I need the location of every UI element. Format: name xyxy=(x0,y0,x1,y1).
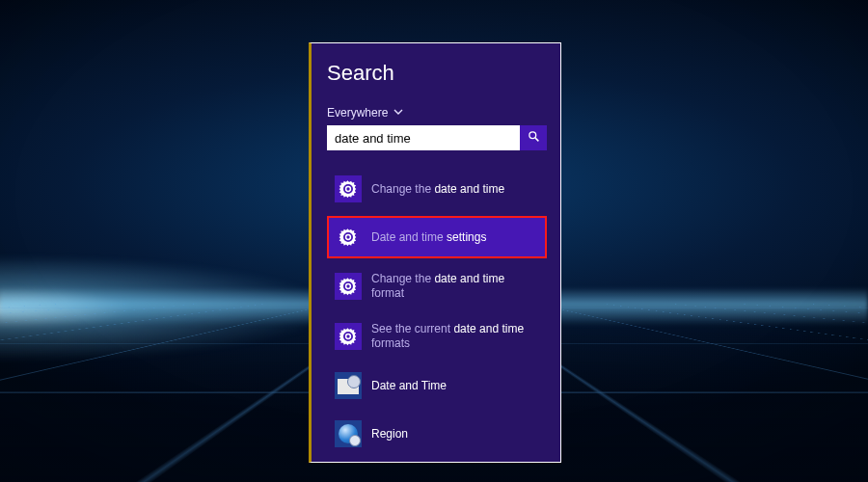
search-result-label: See the current date and time formats xyxy=(371,322,539,351)
wallpaper: Search Everywhere Change the date and ti… xyxy=(0,0,868,482)
gear-icon xyxy=(335,273,362,300)
search-button[interactable] xyxy=(520,125,547,150)
svg-line-1 xyxy=(535,138,538,141)
globe-clock-icon xyxy=(335,420,362,447)
search-scope-dropdown[interactable]: Everywhere xyxy=(327,106,403,120)
gear-icon xyxy=(335,175,362,202)
chevron-down-icon xyxy=(393,106,403,120)
search-result-item[interactable]: Date and Time xyxy=(327,364,547,407)
search-result-item[interactable]: Change the date and time xyxy=(327,168,547,210)
gear-icon xyxy=(335,323,362,350)
gear-icon xyxy=(335,224,362,251)
search-input[interactable] xyxy=(327,125,520,150)
search-result-item[interactable]: Region xyxy=(327,413,547,455)
search-result-item[interactable]: See the current date and time formats xyxy=(327,314,547,359)
svg-point-0 xyxy=(529,132,535,139)
search-results-list: Change the date and timeDate and time se… xyxy=(327,168,547,455)
search-result-item[interactable]: Date and time settings xyxy=(327,216,547,258)
search-result-label: Date and time settings xyxy=(371,230,486,245)
search-result-item[interactable]: Change the date and time format xyxy=(327,264,547,308)
search-result-label: Date and Time xyxy=(371,379,447,393)
search-result-label: Change the date and time format xyxy=(371,272,539,301)
calendar-clock-icon xyxy=(335,372,362,399)
search-charm-panel: Search Everywhere Change the date and ti… xyxy=(309,42,561,463)
search-title: Search xyxy=(327,61,547,86)
search-icon xyxy=(528,130,540,146)
search-result-label: Region xyxy=(371,427,408,442)
search-result-label: Change the date and time xyxy=(371,182,504,197)
search-row xyxy=(327,125,547,150)
search-scope-label: Everywhere xyxy=(327,106,388,120)
